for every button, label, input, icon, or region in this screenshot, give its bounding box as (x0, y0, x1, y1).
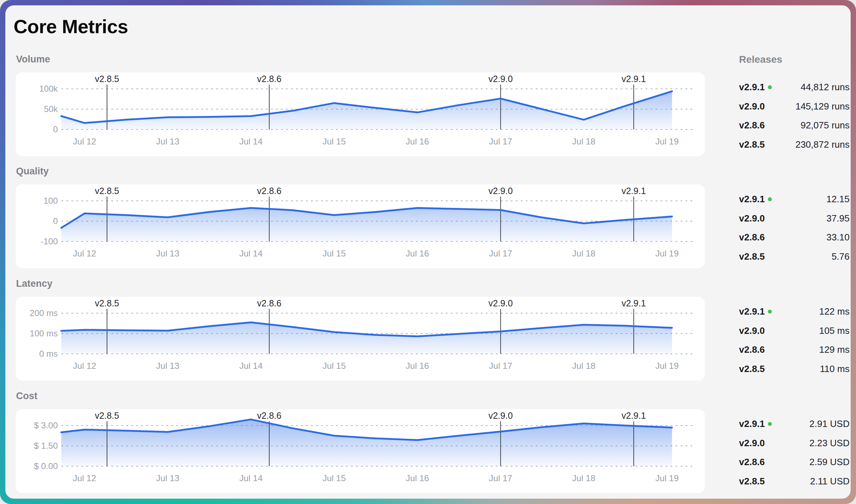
svg-text:Jul 14: Jul 14 (239, 137, 263, 146)
latest-release-dot-icon (768, 197, 772, 201)
release-version: v2.8.6 (739, 457, 765, 468)
svg-text:Jul 18: Jul 18 (572, 249, 595, 258)
svg-text:v2.9.1: v2.9.1 (622, 298, 646, 308)
svg-text:Jul 12: Jul 12 (73, 473, 96, 483)
quality-chart-card: 1000-100v2.8.5v2.8.6v2.9.0v2.9.1Jul 12Ju… (16, 184, 705, 268)
svg-text:Jul 19: Jul 19 (655, 137, 678, 146)
release-version: v2.9.0 (739, 101, 765, 112)
core-metrics-screen: Core Metrics Volume Quality Latency Cost… (0, 0, 856, 504)
release-row: v2.9.1 2.91 USD (739, 414, 850, 434)
latest-release-dot-icon (768, 310, 772, 314)
svg-text:Jul 19: Jul 19 (655, 361, 678, 371)
release-version: v2.9.1 (739, 418, 772, 429)
svg-text:v2.8.6: v2.8.6 (257, 411, 281, 421)
release-version: v2.8.5 (739, 476, 765, 487)
release-row: v2.9.1 122 ms (739, 302, 850, 321)
release-row: v2.9.1 12.15 (739, 190, 850, 209)
svg-text:v2.8.5: v2.8.5 (95, 298, 119, 308)
svg-text:Jul 18: Jul 18 (572, 473, 595, 483)
svg-text:v2.8.6: v2.8.6 (257, 74, 281, 84)
svg-text:v2.9.1: v2.9.1 (622, 411, 646, 421)
svg-text:v2.9.1: v2.9.1 (622, 186, 646, 196)
quality-chart[interactable]: 1000-100v2.8.5v2.8.6v2.9.0v2.9.1Jul 12Ju… (16, 184, 705, 268)
release-value: 230,872 runs (795, 139, 850, 150)
svg-text:v2.9.0: v2.9.0 (488, 411, 513, 421)
release-value: 33.10 (826, 232, 850, 243)
section-label-volume: Volume (16, 54, 50, 65)
release-value: 129 ms (819, 344, 850, 355)
cost-chart-card: $ 3.00$ 1.50$ 0.00v2.8.5v2.8.6v2.9.0v2.9… (16, 409, 705, 493)
svg-text:Jul 13: Jul 13 (156, 473, 179, 483)
release-value: 105 ms (819, 325, 850, 336)
svg-text:v2.9.1: v2.9.1 (622, 74, 646, 84)
svg-text:Jul 14: Jul 14 (239, 249, 263, 258)
svg-text:v2.8.5: v2.8.5 (95, 411, 119, 421)
svg-text:0: 0 (53, 124, 58, 134)
release-row: v2.8.5 110 ms (739, 360, 850, 379)
release-value: 2.11 USD (810, 476, 850, 487)
svg-text:v2.8.5: v2.8.5 (95, 74, 119, 84)
release-row: v2.9.1 44,812 runs (739, 78, 850, 97)
release-value: 2.91 USD (809, 418, 850, 429)
release-value: 2.59 USD (809, 457, 850, 468)
svg-text:v2.9.0: v2.9.0 (488, 186, 513, 196)
release-version: v2.9.1 (739, 82, 772, 93)
page-title: Core Metrics (14, 15, 128, 37)
latest-release-dot-icon (768, 422, 772, 426)
section-label-latency: Latency (16, 278, 52, 289)
svg-text:Jul 12: Jul 12 (73, 249, 96, 258)
volume-chart-card: 100k50k0v2.8.5v2.8.6v2.9.0v2.9.1Jul 12Ju… (16, 72, 705, 156)
release-row: v2.8.5 230,872 runs (739, 135, 850, 154)
latest-release-dot-icon (768, 85, 772, 89)
svg-text:0: 0 (53, 216, 58, 226)
svg-text:Jul 12: Jul 12 (73, 137, 96, 146)
svg-text:Jul 18: Jul 18 (572, 137, 595, 146)
release-value: 44,812 runs (801, 82, 850, 93)
releases-heading: Releases (739, 54, 782, 65)
release-row: v2.9.0 2.23 USD (739, 434, 850, 453)
svg-text:Jul 13: Jul 13 (156, 361, 179, 371)
latency-chart-card: 200 ms100 ms0 msv2.8.5v2.8.6v2.9.0v2.9.1… (16, 297, 705, 381)
svg-text:Jul 14: Jul 14 (239, 361, 263, 371)
release-row: v2.8.5 5.76 (739, 247, 850, 266)
release-row: v2.8.6 129 ms (739, 340, 850, 360)
svg-text:Jul 13: Jul 13 (156, 137, 179, 146)
svg-text:v2.8.6: v2.8.6 (257, 298, 281, 308)
svg-text:Jul 16: Jul 16 (406, 137, 429, 146)
volume-chart[interactable]: 100k50k0v2.8.5v2.8.6v2.9.0v2.9.1Jul 12Ju… (16, 72, 705, 156)
releases-group-quality: v2.9.1 12.15 v2.9.0 37.95 v2.8.6 33.10 v… (739, 190, 850, 266)
svg-text:v2.9.0: v2.9.0 (488, 74, 513, 84)
latency-chart[interactable]: 200 ms100 ms0 msv2.8.5v2.8.6v2.9.0v2.9.1… (16, 297, 705, 381)
release-value: 145,129 runs (795, 101, 850, 112)
svg-text:Jul 16: Jul 16 (406, 473, 429, 483)
svg-text:v2.8.6: v2.8.6 (257, 186, 281, 196)
release-value: 37.95 (826, 213, 850, 224)
svg-text:0 ms: 0 ms (39, 349, 58, 358)
release-row: v2.9.0 145,129 runs (739, 97, 850, 116)
svg-text:Jul 18: Jul 18 (572, 361, 595, 371)
release-value: 5.76 (831, 251, 850, 262)
release-value: 12.15 (826, 194, 850, 205)
svg-text:$ 1.50: $ 1.50 (34, 441, 58, 450)
release-value: 92,075 runs (801, 120, 850, 131)
dashboard-page: Core Metrics Volume Quality Latency Cost… (5, 5, 851, 499)
releases-group-latency: v2.9.1 122 ms v2.9.0 105 ms v2.8.6 129 m… (739, 302, 850, 378)
svg-text:Jul 19: Jul 19 (655, 249, 678, 258)
svg-text:Jul 14: Jul 14 (239, 473, 263, 483)
svg-text:Jul 15: Jul 15 (322, 361, 346, 371)
svg-text:Jul 16: Jul 16 (406, 361, 429, 371)
svg-text:100: 100 (44, 196, 58, 205)
release-row: v2.9.0 105 ms (739, 321, 850, 341)
release-version: v2.8.5 (739, 139, 765, 150)
svg-text:Jul 19: Jul 19 (655, 473, 678, 483)
svg-text:Jul 15: Jul 15 (322, 137, 346, 146)
release-version: v2.9.0 (739, 213, 765, 224)
releases-group-volume: v2.9.1 44,812 runs v2.9.0 145,129 runs v… (739, 78, 850, 154)
svg-text:100k: 100k (39, 84, 58, 93)
svg-text:$ 3.00: $ 3.00 (34, 421, 58, 430)
release-version: v2.8.5 (739, 363, 765, 375)
release-row: v2.8.6 92,075 runs (739, 116, 850, 135)
release-version: v2.9.1 (739, 194, 772, 205)
cost-chart[interactable]: $ 3.00$ 1.50$ 0.00v2.8.5v2.8.6v2.9.0v2.9… (16, 409, 705, 493)
release-version: v2.8.5 (739, 251, 765, 262)
